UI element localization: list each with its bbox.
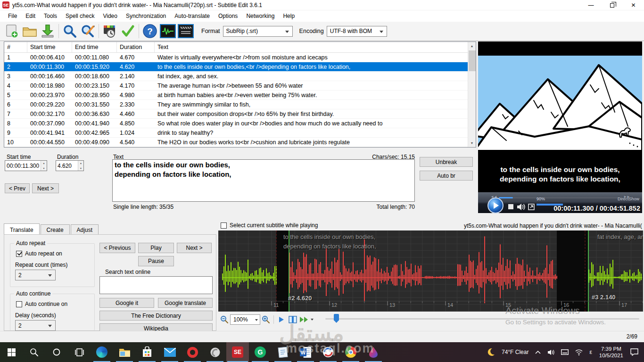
- save-button[interactable]: [39, 23, 57, 40]
- column-header-text[interactable]: Text: [155, 42, 476, 52]
- scroll-down-icon[interactable]: ▼: [468, 139, 476, 147]
- open-file-button[interactable]: [21, 23, 39, 40]
- taskbar-app-ccleaner[interactable]: [204, 342, 226, 362]
- next-subtitle-button[interactable]: Next >: [32, 183, 59, 193]
- table-row[interactable]: 7 00:00:32.170 00:00:36.630 4.460 but th…: [4, 109, 476, 119]
- zoom-level-combobox[interactable]: 100%: [230, 314, 260, 325]
- auto-br-button[interactable]: Auto br: [420, 171, 473, 181]
- start-time-spinner[interactable]: ▲▼: [5, 160, 47, 171]
- unbreak-button[interactable]: Unbreak: [420, 157, 473, 167]
- next-button-translate[interactable]: Next >: [177, 243, 212, 253]
- menu-item[interactable]: File: [4, 11, 21, 21]
- taskbar-app-sync[interactable]: [317, 342, 339, 362]
- new-file-button[interactable]: [3, 23, 21, 40]
- subtitle-text-editor[interactable]: to the cells inside our own bodies, depe…: [112, 159, 415, 202]
- taskbar-app-mail[interactable]: [158, 342, 181, 362]
- taskbar-search-button[interactable]: [23, 342, 45, 362]
- menu-item[interactable]: Video: [99, 11, 121, 21]
- auto-repeat-checkbox[interactable]: Auto repeat on: [16, 250, 62, 257]
- menu-item[interactable]: Edit: [21, 11, 40, 21]
- table-row[interactable]: 1 00:00:06.410 00:00:11.080 4.670 Water …: [4, 53, 476, 62]
- taskbar-app-chrome[interactable]: [339, 342, 362, 362]
- weather-icon[interactable]: [487, 348, 495, 356]
- find-button[interactable]: [61, 23, 79, 40]
- tray-keyboard-icon[interactable]: [561, 349, 569, 355]
- table-row[interactable]: 8 00:00:37.090 00:00:41.940 4.850 So wha…: [4, 119, 476, 128]
- tray-wifi-icon[interactable]: [575, 349, 583, 355]
- stop-button[interactable]: [508, 204, 513, 209]
- free-dictionary-button[interactable]: The Free Dictionary: [99, 311, 213, 321]
- replace-button[interactable]: [79, 23, 97, 40]
- notification-center-button[interactable]: [630, 348, 638, 356]
- menu-item[interactable]: Help: [279, 11, 299, 21]
- taskbar-app-word[interactable]: W: [294, 342, 317, 362]
- taskbar-app-store[interactable]: [136, 342, 158, 362]
- table-row[interactable]: 6 00:00:29.220 00:00:31.550 2.330 They a…: [4, 100, 476, 109]
- table-row[interactable]: 9 00:00:41.941 00:00:42.965 1.024 drink …: [4, 128, 476, 138]
- search-text-input[interactable]: [99, 276, 213, 294]
- volume-icon[interactable]: [517, 203, 525, 211]
- waveform-play-button[interactable]: [276, 314, 287, 325]
- select-current-checkbox[interactable]: Select current subtitle while playing: [221, 222, 318, 229]
- format-combobox[interactable]: SubRip (.srt): [223, 26, 293, 37]
- minimize-button[interactable]: —: [580, 0, 602, 10]
- play-button-translate[interactable]: Play: [138, 243, 174, 253]
- tray-volume-icon[interactable]: [547, 349, 554, 355]
- start-button[interactable]: [0, 342, 23, 362]
- maximize-button[interactable]: [602, 0, 623, 10]
- auto-continue-checkbox[interactable]: Auto continue on: [16, 301, 67, 307]
- table-row[interactable]: 2 00:00:11.300 00:00:15.920 4.620 to the…: [4, 62, 476, 72]
- previous-button[interactable]: < Previous: [99, 243, 135, 253]
- tray-expand-icon[interactable]: [535, 350, 541, 354]
- menu-item[interactable]: Tools: [40, 11, 61, 21]
- taskbar-app-paint[interactable]: [362, 342, 385, 362]
- close-button[interactable]: ✕: [623, 0, 644, 10]
- slider-thumb[interactable]: [334, 314, 339, 323]
- menu-item[interactable]: Auto-translate: [170, 11, 214, 21]
- taskbar-app-opera[interactable]: [181, 342, 204, 362]
- spinner-buttons[interactable]: ▲▼: [41, 161, 47, 171]
- start-time-input[interactable]: [5, 161, 41, 171]
- table-row[interactable]: 10 00:00:44.550 00:00:49.090 4.540 The H…: [4, 138, 476, 147]
- weather-text[interactable]: 74°F Clear: [502, 349, 529, 355]
- visual-sync-button[interactable]: [101, 23, 119, 40]
- google-translate-button[interactable]: Google translate: [158, 298, 213, 308]
- delay-combobox[interactable]: 2: [15, 320, 56, 331]
- scrollbar-thumb[interactable]: [469, 50, 476, 71]
- menu-item[interactable]: Spell check: [61, 11, 99, 21]
- scroll-up-icon[interactable]: ▲: [468, 42, 476, 50]
- repeat-count-combobox[interactable]: 2: [15, 270, 56, 280]
- menu-item[interactable]: Options: [214, 11, 242, 21]
- menu-item[interactable]: Synchronization: [122, 11, 170, 21]
- duration-input[interactable]: [56, 161, 78, 171]
- waveform-toggle-button[interactable]: [160, 24, 176, 38]
- taskbar-app-grammarly[interactable]: G: [249, 342, 272, 362]
- center-view-button[interactable]: [287, 314, 298, 325]
- seek-bar[interactable]: [499, 197, 619, 198]
- encoding-combobox[interactable]: UTF-8 with BOM: [327, 26, 387, 37]
- play-button[interactable]: [487, 197, 504, 214]
- prev-subtitle-button[interactable]: < Prev: [5, 183, 30, 193]
- taskbar-app-edge[interactable]: [91, 342, 113, 362]
- help-button[interactable]: ?: [141, 23, 159, 40]
- zoom-out-button[interactable]: [219, 314, 230, 325]
- fullscreen-icon[interactable]: [528, 204, 535, 210]
- taskbar-app-subtitle-edit[interactable]: SE: [226, 342, 249, 362]
- playback-speed-button[interactable]: [298, 314, 314, 325]
- taskbar-app-notes[interactable]: [272, 342, 294, 362]
- language-indicator[interactable]: ε: [589, 349, 592, 355]
- column-header-end[interactable]: End time: [72, 42, 117, 52]
- list-scrollbar[interactable]: ▲ ▼: [468, 42, 476, 147]
- column-header-number[interactable]: #: [4, 42, 27, 52]
- spinner-buttons[interactable]: ▲▼: [78, 161, 83, 171]
- taskbar-app-explorer[interactable]: [113, 342, 136, 362]
- waveform-canvas[interactable]: 11121314151617 to the cells inside our o…: [218, 230, 643, 312]
- table-row[interactable]: 4 00:00:18.980 00:00:23.150 4.170 The av…: [4, 81, 476, 90]
- pause-button[interactable]: Pause: [138, 256, 174, 266]
- column-header-duration[interactable]: Duration: [117, 42, 155, 52]
- cortana-button[interactable]: [45, 342, 68, 362]
- table-row[interactable]: 3 00:00:16.460 00:00:18.600 2.140 fat in…: [4, 72, 476, 81]
- waveform-scroll-slider[interactable]: [325, 318, 639, 320]
- google-it-button[interactable]: Google it: [99, 298, 154, 308]
- menu-item[interactable]: Networking: [242, 11, 279, 21]
